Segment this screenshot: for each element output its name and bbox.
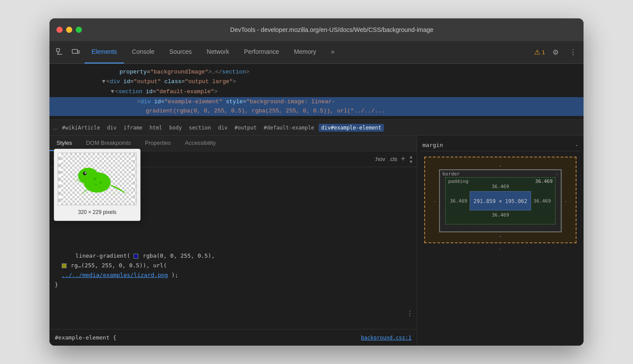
- margin-top-value: -: [434, 163, 567, 168]
- svg-point-18: [95, 184, 97, 186]
- close-button[interactable]: [56, 27, 63, 33]
- left-panel: Styles DOM Breakpoints Properties Access…: [49, 136, 417, 346]
- tab-sources[interactable]: Sources: [162, 41, 199, 63]
- html-line: property="backgroundImage">…</section>: [49, 67, 584, 77]
- css-rule-source-line: #example-element { background.css:1: [55, 333, 411, 343]
- html-line-selected[interactable]: <div id="example-element" style="backgro…: [49, 97, 584, 116]
- warning-icon: ⚠: [534, 48, 540, 56]
- more-options-button[interactable]: ⋮: [566, 45, 580, 59]
- scroll-arrow: ▲▼: [409, 154, 413, 164]
- titlebar: DevTools - developer.mozilla.org/en-US/d…: [49, 18, 584, 41]
- tab-more[interactable]: »: [324, 41, 341, 63]
- color-swatch-yellow[interactable]: [62, 263, 67, 268]
- breadcrumb-example-element[interactable]: div#example-element: [319, 124, 384, 132]
- more-options-dots[interactable]: ⋮: [406, 308, 413, 319]
- tab-memory[interactable]: Memory: [287, 41, 324, 63]
- filter-buttons: :hov .cls +: [375, 154, 406, 164]
- margin-sides: - border - padding 36.469: [434, 169, 567, 232]
- border-value: -: [556, 171, 559, 177]
- margin-right-value: -: [562, 169, 567, 232]
- devtools-window: DevTools - developer.mozilla.org/en-US/d…: [49, 18, 584, 346]
- box-model-visual: - - border - padding 36.: [421, 153, 580, 255]
- breadcrumb-default-example[interactable]: #default-example: [261, 124, 317, 132]
- styles-tab-accessibility[interactable]: Accessibility: [178, 136, 223, 151]
- css-element-close: }: [55, 280, 411, 290]
- breadcrumb-body[interactable]: body: [167, 124, 185, 132]
- margin-bottom-value: -: [434, 233, 567, 239]
- margin-label: margin: [422, 142, 443, 148]
- html-line: ▼<section id="default-example">: [49, 87, 584, 97]
- svg-point-13: [78, 168, 98, 184]
- margin-value: -: [575, 142, 578, 148]
- outer-bottom-dash: -: [424, 246, 577, 252]
- css-source-link[interactable]: background.css:1: [361, 333, 411, 342]
- content-size: 291.859 × 195.062: [474, 198, 528, 204]
- padding-box: padding 36.469 36.469 36.469 291.859 × 1…: [445, 177, 556, 224]
- window-title: DevTools - developer.mozilla.org/en-US/d…: [87, 26, 577, 33]
- css-bg-val-link: ../../media/examples/lizard.png );: [55, 270, 411, 280]
- styles-tab-properties[interactable]: Properties: [138, 136, 178, 151]
- breadcrumb-div1[interactable]: div: [105, 124, 120, 132]
- tab-console[interactable]: Console: [125, 41, 161, 63]
- svg-rect-4: [77, 51, 79, 53]
- padding-left-val: 36.469: [450, 198, 470, 204]
- breadcrumb: ... #wikiArticle div iframe html body se…: [49, 120, 584, 136]
- warning-badge[interactable]: ⚠ 1: [534, 48, 545, 56]
- css-content: element { background-image:: [49, 167, 417, 329]
- warning-count: 1: [542, 49, 545, 56]
- cls-button[interactable]: .cls: [389, 156, 397, 162]
- right-panel: margin - - - border -: [417, 136, 584, 346]
- gear-icon: ⚙: [552, 48, 559, 56]
- svg-point-17: [99, 182, 102, 184]
- breadcrumb-output[interactable]: #output: [232, 124, 260, 132]
- padding-label: padding: [448, 178, 468, 184]
- responsive-icon[interactable]: [69, 45, 83, 59]
- minimize-button[interactable]: [66, 27, 72, 33]
- devtools-body: property="backgroundImage">…</section> ▼…: [49, 64, 584, 346]
- padding-top-val: 36.469: [450, 184, 551, 189]
- image-preview-tooltip: 320 × 229 pixels: [54, 167, 141, 220]
- box-model-header: margin -: [421, 139, 580, 151]
- split-panel: Styles DOM Breakpoints Properties Access…: [49, 136, 584, 346]
- lizard-preview-canvas: [58, 167, 137, 205]
- tab-list: Elements Console Sources Network Perform…: [84, 41, 532, 63]
- toolbar-right: ⚠ 1 ⚙ ⋮: [534, 45, 580, 59]
- breadcrumb-div2[interactable]: div: [215, 124, 230, 132]
- lizard-url-link[interactable]: ../../media/examples/lizard.png: [62, 272, 168, 278]
- inspect-icon[interactable]: [53, 45, 67, 59]
- tab-performance[interactable]: Performance: [237, 41, 286, 63]
- breadcrumb-iframe[interactable]: iframe: [121, 124, 145, 132]
- add-style-button[interactable]: +: [401, 154, 406, 164]
- traffic-lights: [56, 27, 82, 33]
- border-box: border - padding 36.469 36.469: [439, 169, 562, 232]
- css-bg-val-line2: rg…(255, 255, 0, 0.5)), url(: [55, 261, 411, 270]
- svg-point-14: [83, 172, 87, 175]
- margin-box: - - border - padding 36.: [424, 157, 577, 243]
- css-rule-selector: #example-element {: [55, 333, 116, 343]
- content-row: 36.469 291.859 × 195.062 36.469: [450, 191, 551, 210]
- bottom-css-panel: #example-element { background.css:1 min-…: [49, 329, 417, 346]
- settings-button[interactable]: ⚙: [549, 45, 563, 59]
- svg-rect-0: [56, 49, 60, 52]
- margin-left-value: -: [434, 169, 439, 232]
- maximize-button[interactable]: [76, 27, 82, 33]
- border-label: border: [443, 171, 460, 177]
- color-swatch-blue[interactable]: [134, 254, 138, 259]
- svg-rect-3: [72, 49, 77, 53]
- breadcrumb-html[interactable]: html: [147, 124, 165, 132]
- css-min-width: min-width: 100%;: [55, 344, 411, 346]
- padding-bottom-val: 36.469: [450, 212, 551, 218]
- padding-right-val: 36.469: [531, 198, 551, 204]
- breadcrumb-wikiArticle[interactable]: #wikiArticle: [60, 124, 103, 132]
- lizard-svg: [58, 167, 136, 205]
- css-element-block: element { background-image:: [55, 171, 411, 290]
- more-icon: ⋮: [570, 48, 577, 56]
- breadcrumb-section[interactable]: section: [186, 124, 214, 132]
- svg-point-16: [94, 178, 96, 181]
- padding-value: 36.469: [535, 178, 553, 184]
- tab-network[interactable]: Network: [200, 41, 236, 63]
- image-size-text: 320 × 229 pixels: [58, 208, 137, 217]
- tab-elements[interactable]: Elements: [84, 41, 124, 63]
- html-line: ▼<div id="output" class="output large">: [49, 77, 584, 87]
- hov-button[interactable]: :hov: [375, 156, 386, 162]
